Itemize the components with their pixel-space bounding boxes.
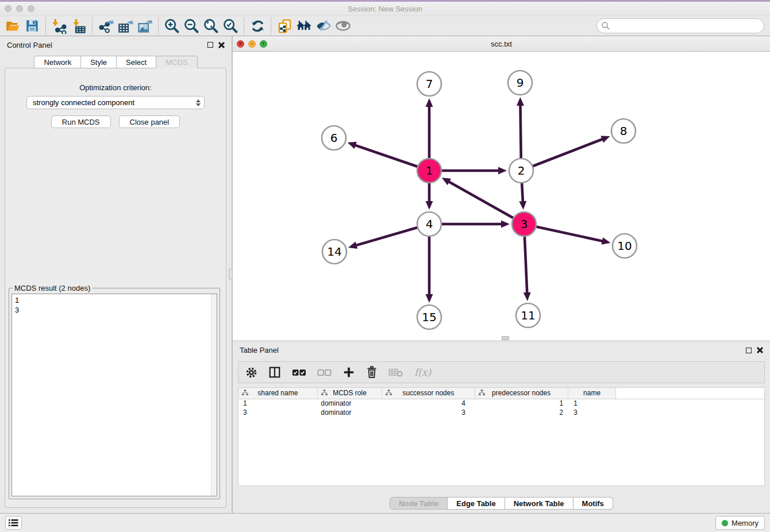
save-session-icon[interactable] xyxy=(22,17,42,35)
network-graph[interactable]: 1234678910111415 xyxy=(233,52,768,340)
zoom-out-icon[interactable] xyxy=(182,17,201,35)
network-close-button[interactable]: ✕ xyxy=(237,40,244,48)
close-panel-button[interactable]: Close panel xyxy=(119,115,180,128)
close-table-panel-icon[interactable] xyxy=(757,347,763,353)
network-maximize-button[interactable]: + xyxy=(260,40,267,48)
memory-label: Memory xyxy=(732,519,759,527)
tab-network[interactable]: Network xyxy=(34,56,81,68)
export-network-icon[interactable] xyxy=(96,17,116,35)
column-header-successor-nodes[interactable]: successor nodes xyxy=(382,388,475,399)
splitter-grip[interactable] xyxy=(502,336,509,340)
node-label-10: 10 xyxy=(617,239,632,253)
column-header-shared-name[interactable]: shared name xyxy=(238,388,317,399)
mcds-result-textarea[interactable]: 13 xyxy=(11,294,217,496)
minimize-window-button[interactable] xyxy=(16,5,23,12)
toolbar-separator xyxy=(45,17,46,34)
close-panel-icon[interactable] xyxy=(218,42,225,48)
toolbar-separator xyxy=(158,17,159,34)
edge-3-1[interactable] xyxy=(448,182,524,224)
network-window-titlebar[interactable]: ✕ − + scc.txt xyxy=(233,36,770,52)
float-panel-icon[interactable] xyxy=(207,42,213,48)
export-table-icon[interactable] xyxy=(116,17,135,35)
home-layout-icon[interactable] xyxy=(294,17,314,35)
refresh-view-icon[interactable] xyxy=(248,17,267,35)
import-network-icon[interactable] xyxy=(49,17,69,35)
edge-arrow-1-7 xyxy=(426,98,433,107)
control-panel-tabs: NetworkStyleSelectMCDS xyxy=(0,56,232,68)
column-layout-icon[interactable] xyxy=(268,366,281,379)
status-bar: Memory xyxy=(0,513,770,532)
export-image-icon[interactable] xyxy=(135,17,155,35)
cell-shared-name[interactable]: 3 xyxy=(238,408,317,417)
memory-button[interactable]: Memory xyxy=(715,516,765,530)
deselect-all-columns-icon[interactable] xyxy=(317,368,332,377)
tab-edge-table[interactable]: Edge Table xyxy=(448,497,505,510)
task-history-button[interactable] xyxy=(5,516,22,530)
cell-predecessor-nodes[interactable]: 1 xyxy=(475,399,568,408)
float-table-panel-icon[interactable] xyxy=(746,348,752,353)
tab-style[interactable]: Style xyxy=(81,56,117,68)
run-mcds-button[interactable]: Run MCDS xyxy=(51,115,111,128)
tab-network-table[interactable]: Network Table xyxy=(505,497,573,510)
node-table[interactable]: shared nameMCDS rolesuccessor nodesprede… xyxy=(238,387,765,486)
settings-icon[interactable] xyxy=(245,367,257,379)
toolbar-separator xyxy=(271,17,271,34)
optimization-criterion-label: Optimization criterion: xyxy=(5,83,226,92)
import-table-icon[interactable] xyxy=(69,17,88,35)
search-input[interactable] xyxy=(610,20,764,32)
zoom-in-icon[interactable] xyxy=(162,17,182,35)
add-row-icon[interactable] xyxy=(342,366,355,379)
cell-name[interactable]: 1 xyxy=(568,399,616,408)
table-toolbar: f(x) xyxy=(238,361,765,383)
mcds-result-title: MCDS result (2 nodes) xyxy=(13,284,92,292)
delete-row-icon[interactable] xyxy=(366,366,378,379)
node-label-9: 9 xyxy=(517,76,524,90)
cell-MCDS-role[interactable]: dominator xyxy=(317,399,382,408)
cell-MCDS-role[interactable]: dominator xyxy=(317,408,382,417)
cell-successor-nodes[interactable]: 4 xyxy=(382,399,475,408)
node-label-3: 3 xyxy=(521,217,528,231)
network-minimize-button[interactable]: − xyxy=(248,40,256,48)
window-traffic-lights[interactable] xyxy=(5,2,34,16)
zoom-window-button[interactable] xyxy=(28,5,34,12)
zoom-fit-icon[interactable] xyxy=(201,17,221,35)
network-canvas[interactable]: 1234678910111415 xyxy=(233,52,770,340)
table-panel-title: Table Panel xyxy=(240,346,279,354)
tab-motifs[interactable]: Motifs xyxy=(573,497,613,510)
toggle-style-icon[interactable] xyxy=(314,17,333,35)
edge-2-8[interactable] xyxy=(521,139,603,171)
column-header-name[interactable]: name xyxy=(568,388,616,399)
tab-mcds[interactable]: MCDS xyxy=(156,56,197,68)
edge-arrow-1-4 xyxy=(426,201,433,210)
session-title: Session: New Session xyxy=(348,5,422,13)
table-row[interactable]: 1dominator411 xyxy=(238,399,764,408)
criterion-dropdown[interactable]: strongly connected component xyxy=(26,96,205,109)
edge-arrow-3-11 xyxy=(523,292,531,301)
tab-select[interactable]: Select xyxy=(117,56,156,68)
show-hide-icon[interactable] xyxy=(333,17,353,35)
clone-network-icon[interactable] xyxy=(275,17,294,35)
cell-shared-name[interactable]: 1 xyxy=(238,399,317,408)
edge-arrow-4-15 xyxy=(426,294,433,303)
edge-arrow-2-9 xyxy=(517,97,524,106)
column-header-MCDS-role[interactable]: MCDS role xyxy=(317,388,382,399)
table-row[interactable]: 3dominator323 xyxy=(238,408,764,417)
cell-name[interactable]: 3 xyxy=(568,408,616,417)
close-window-button[interactable] xyxy=(5,5,11,12)
tab-node-table[interactable]: Node Table xyxy=(390,497,448,510)
cell-predecessor-nodes[interactable]: 2 xyxy=(475,408,568,417)
cell-successor-nodes[interactable]: 3 xyxy=(382,408,475,417)
mcds-result-line: 3 xyxy=(15,305,214,315)
search-box[interactable] xyxy=(596,18,764,33)
result-scrollbar[interactable] xyxy=(211,294,217,496)
node-label-1: 1 xyxy=(426,164,433,178)
panel-splitter-grip[interactable] xyxy=(229,269,233,279)
network-window-controls: ✕ − + xyxy=(237,40,267,48)
node-label-15: 15 xyxy=(422,310,436,324)
column-header-predecessor-nodes[interactable]: predecessor nodes xyxy=(475,388,568,399)
open-session-icon[interactable] xyxy=(3,17,22,35)
edge-arrow-1-6 xyxy=(348,142,357,149)
select-all-columns-icon[interactable] xyxy=(292,368,306,377)
zoom-selected-icon[interactable] xyxy=(221,17,240,35)
mcds-panel: Optimization criterion: strongly connect… xyxy=(5,68,226,508)
